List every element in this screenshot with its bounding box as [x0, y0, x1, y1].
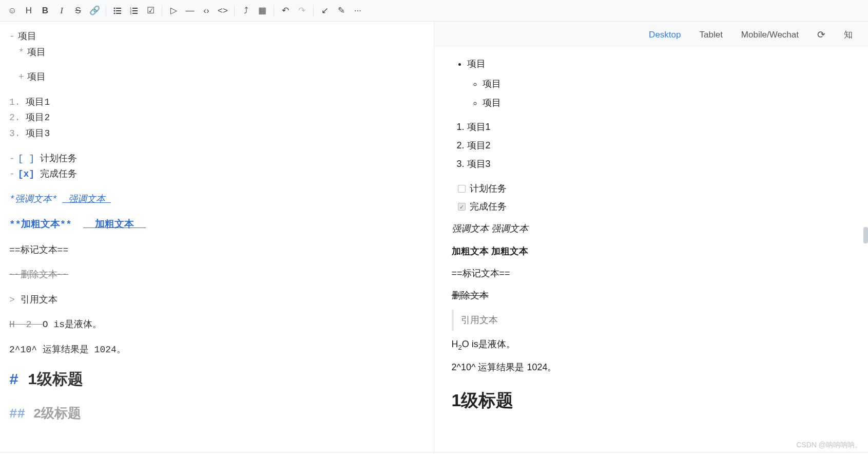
task-marker-checked: [x]: [18, 169, 34, 179]
preview-del: 删除文本: [452, 290, 489, 300]
editor-ol-item: 项目1: [26, 97, 50, 107]
undo-icon[interactable]: ↶: [278, 4, 293, 18]
svg-rect-3: [116, 10, 121, 11]
editor-task: 完成任务: [40, 169, 77, 179]
table-icon[interactable]: ▦: [255, 4, 269, 18]
divider: [274, 5, 274, 16]
watermark: CSDN @呐呐呐呐。: [796, 441, 862, 450]
task-marker-unchecked: [ ]: [18, 154, 34, 164]
preview-bullet-sub: 项目: [483, 94, 854, 111]
svg-text:3: 3: [130, 12, 132, 15]
horizontal-rule-icon[interactable]: —: [183, 4, 197, 18]
divider: [313, 5, 314, 16]
preview-content: 项目 项目 项目 项目1 项目2 项目3 计划任务: [434, 46, 869, 454]
paragraph-icon[interactable]: ▷: [166, 4, 181, 18]
svg-rect-5: [116, 13, 121, 14]
preview-ol-item: 项目2: [467, 137, 854, 154]
editor-bullet-sub: 项目: [27, 72, 46, 82]
upload-icon[interactable]: ⤴: [239, 4, 253, 18]
editor-bullet: 项目: [18, 31, 36, 42]
inline-code-icon[interactable]: ‹›: [199, 4, 214, 18]
svg-point-4: [114, 12, 115, 14]
task-label: 计划任务: [470, 180, 507, 197]
svg-rect-1: [116, 8, 121, 9]
preview-h1: 1级标题: [452, 384, 854, 417]
preview-power: 2^10^ 运算结果是 1024。: [452, 359, 854, 376]
link-icon[interactable]: 🔗: [87, 4, 102, 18]
tab-tablet[interactable]: Tablet: [698, 28, 723, 42]
svg-rect-9: [132, 10, 138, 11]
task-label: 完成任务: [470, 198, 507, 215]
markdown-editor-pane[interactable]: -项目 *项目 +项目 1. 项目1 2. 项目2 3. 项目3 -[ ] 计划…: [0, 22, 434, 454]
hash-marker: #: [9, 371, 28, 389]
editor-quote-src: 引用文本: [21, 295, 57, 305]
svg-rect-11: [132, 13, 138, 14]
checkbox-unchecked-icon[interactable]: [458, 185, 466, 193]
editor-task: 计划任务: [40, 154, 77, 164]
refresh-icon[interactable]: ⟳: [816, 27, 826, 43]
emoji-icon[interactable]: ☺: [5, 4, 20, 18]
editor-bold-src: __加粗文本__: [83, 219, 146, 230]
task-item-checked: ✓ 完成任务: [458, 198, 854, 215]
editor-power-src: 2^10^ 运算结果是 1024。: [9, 342, 425, 358]
tab-mobile[interactable]: Mobile/Wechat: [740, 28, 800, 42]
divider: [162, 5, 162, 16]
preview-bold: 加粗文本 加粗文本: [452, 246, 528, 256]
preview-device-tabs: Desktop Tablet Mobile/Wechat ⟳ 知: [434, 22, 869, 46]
footer-bar: [0, 452, 868, 454]
preview-h2o: H2O is是液体。: [452, 336, 854, 354]
checklist-icon[interactable]: ☑: [143, 4, 158, 18]
editor-bold-src: **加粗文本**: [9, 219, 72, 230]
svg-rect-7: [132, 8, 138, 9]
editor-del-src: ~~删除文本~~: [9, 270, 68, 280]
heading-button[interactable]: H: [22, 4, 36, 18]
editor-h2: 2级标题: [33, 406, 82, 422]
zhi-button[interactable]: 知: [843, 27, 854, 43]
ordered-list-icon[interactable]: 123: [127, 4, 141, 18]
editor-em-src: _强调文本_: [63, 194, 111, 204]
preview-pane: Desktop Tablet Mobile/Wechat ⟳ 知 项目 项目 项…: [434, 22, 869, 454]
editor-bullet-sub: 项目: [27, 47, 46, 58]
strike-button[interactable]: S: [71, 4, 85, 18]
task-item-unchecked: 计划任务: [458, 180, 854, 197]
scrollbar-thumb[interactable]: [863, 227, 868, 243]
preview-bullet-sub: 项目: [483, 75, 854, 92]
editor-h1: 1级标题: [28, 371, 83, 389]
preview-mark: ==标记文本==: [452, 265, 854, 282]
more-icon[interactable]: ···: [351, 4, 365, 18]
preview-blockquote: 引用文本: [452, 310, 854, 331]
editor-em-src: *强调文本*: [9, 194, 57, 204]
editor-ol-item: 项目3: [26, 128, 50, 139]
code-block-icon[interactable]: <>: [216, 4, 230, 18]
unordered-list-icon[interactable]: [110, 4, 125, 18]
exit-fullscreen-icon[interactable]: ↙: [318, 4, 332, 18]
preview-bullet: 项目 项目 项目: [467, 55, 854, 111]
divider: [234, 5, 235, 16]
editor-toolbar: ☺ H B I S 🔗 123 ☑ ▷ — ‹› <> ⤴ ▦ ↶ ↷ ↙ ✎ …: [0, 0, 868, 22]
divider: [106, 5, 106, 16]
preview-ol-item: 项目1: [467, 119, 854, 136]
bold-button[interactable]: B: [38, 4, 52, 18]
svg-point-2: [114, 10, 115, 11]
redo-icon[interactable]: ↷: [295, 4, 309, 18]
editor-ol-item: 项目2: [26, 112, 50, 123]
checkbox-checked-icon[interactable]: ✓: [458, 203, 466, 211]
tab-desktop[interactable]: Desktop: [648, 28, 682, 42]
preview-em: 强调文本 强调文本: [452, 223, 528, 234]
italic-button[interactable]: I: [54, 4, 69, 18]
editor-mark-src: ==标记文本==: [9, 242, 425, 258]
svg-point-0: [114, 7, 115, 9]
edit-mode-icon[interactable]: ✎: [334, 4, 349, 18]
preview-ol-item: 项目3: [467, 156, 854, 173]
